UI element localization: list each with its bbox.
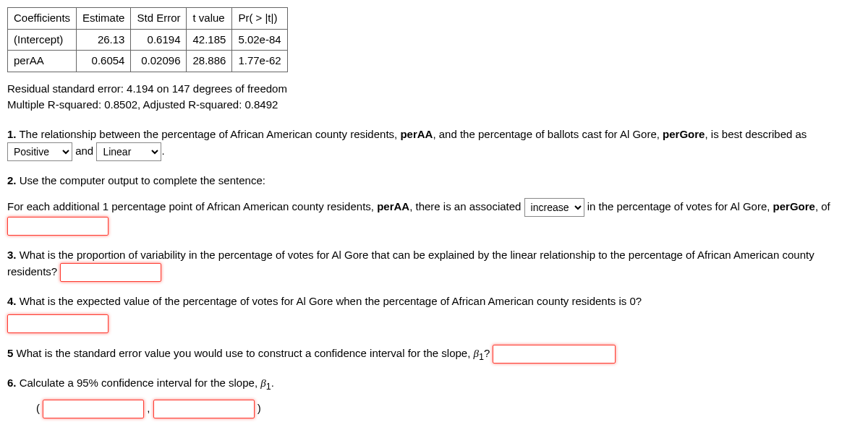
- q2-text-a: For each additional 1 percentage point o…: [7, 199, 377, 212]
- q1-text-a: The relationship between the percentage …: [17, 128, 401, 140]
- table-row: perAA 0.6054 0.02096 28.886 1.77e-62: [8, 51, 288, 72]
- q1-perAA: perAA: [400, 128, 433, 140]
- q4-prefix: 4.: [7, 295, 17, 307]
- q3-prefix: 3.: [7, 249, 17, 261]
- q1-shape-select[interactable]: Linear: [96, 142, 161, 161]
- q1-prefix: 1.: [7, 128, 17, 140]
- row-se: 0.02096: [131, 51, 187, 72]
- q6-prefix: 6.: [7, 377, 17, 389]
- question-1: 1. The relationship between the percenta…: [7, 126, 861, 162]
- q1-direction-select[interactable]: Positive: [7, 142, 72, 161]
- row-estimate: 0.6054: [77, 51, 131, 72]
- q2-perGore: perGore: [773, 199, 815, 212]
- q2-value-input[interactable]: [7, 217, 109, 236]
- q5-sub: 1: [479, 351, 484, 361]
- q6-upper-input[interactable]: [153, 400, 255, 418]
- q2-prefix: 2.: [7, 174, 17, 186]
- table-row: (Intercept) 26.13 0.6194 42.185 5.02e-84: [8, 29, 288, 51]
- residual-se-line: Residual standard error: 4.194 on 147 de…: [7, 81, 861, 98]
- table-header-row: Coefficients Estimate Std Error t value …: [8, 8, 288, 30]
- q6-lower-input[interactable]: [43, 400, 144, 418]
- q5-text-b: ?: [484, 346, 493, 358]
- question-4: 4. What is the expected value of the per…: [7, 293, 861, 333]
- coefficients-table: Coefficients Estimate Std Error t value …: [7, 7, 288, 72]
- q6-text-a: Calculate a 95% confidence interval for …: [17, 377, 261, 389]
- q6-comma: ,: [144, 402, 153, 414]
- q4-text: What is the expected value of the percen…: [17, 295, 642, 307]
- q2-text-d: , of: [815, 199, 830, 212]
- q2-text-c: in the percentage of votes for Al Gore,: [584, 199, 773, 212]
- question-5: 5 What is the standard error value you w…: [7, 345, 861, 364]
- q5-value-input[interactable]: [493, 345, 616, 364]
- col-coefficients: Coefficients: [8, 8, 77, 30]
- q1-text-c: , is best described as: [705, 128, 807, 140]
- question-6: 6. Calculate a 95% confidence interval f…: [7, 375, 861, 418]
- q1-text-b: , and the percentage of ballots cast for…: [433, 128, 663, 140]
- question-3: 3. What is the proportion of variability…: [7, 247, 861, 283]
- q5-beta: β: [474, 347, 479, 358]
- q1-end: .: [161, 145, 164, 157]
- q6-sub: 1: [266, 382, 271, 392]
- q6-beta: β: [260, 377, 265, 389]
- row-label: perAA: [8, 51, 77, 72]
- q2-text-b: , there is an associated: [409, 199, 524, 212]
- q2-heading: Use the computer output to complete the …: [17, 174, 265, 186]
- q5-text-a: What is the standard error value you wou…: [13, 346, 473, 358]
- q4-value-input[interactable]: [7, 314, 109, 333]
- col-pvalue: Pr( > |t|): [232, 8, 287, 30]
- row-t: 42.185: [187, 29, 232, 51]
- q2-direction-select[interactable]: increase: [524, 198, 584, 217]
- col-stderror: Std Error: [131, 8, 187, 30]
- q6-lparen: (: [36, 402, 40, 414]
- col-estimate: Estimate: [77, 8, 131, 30]
- row-p: 5.02e-84: [232, 29, 287, 51]
- q6-rparen: ): [258, 402, 261, 414]
- summary-stats: Residual standard error: 4.194 on 147 de…: [7, 81, 861, 113]
- q3-value-input[interactable]: [60, 263, 161, 282]
- row-estimate: 26.13: [77, 29, 131, 51]
- row-label: (Intercept): [8, 29, 77, 51]
- q6-text-b: .: [271, 377, 274, 389]
- q1-and: and: [72, 145, 96, 157]
- rsquared-line: Multiple R-squared: 0.8502, Adjusted R-s…: [7, 97, 861, 113]
- row-p: 1.77e-62: [232, 51, 287, 72]
- row-t: 28.886: [187, 51, 232, 72]
- q1-perGore: perGore: [663, 128, 705, 140]
- question-2: 2. Use the computer output to complete t…: [7, 173, 861, 236]
- q2-perAA: perAA: [377, 199, 409, 212]
- row-se: 0.6194: [131, 29, 187, 51]
- col-tvalue: t value: [187, 8, 232, 30]
